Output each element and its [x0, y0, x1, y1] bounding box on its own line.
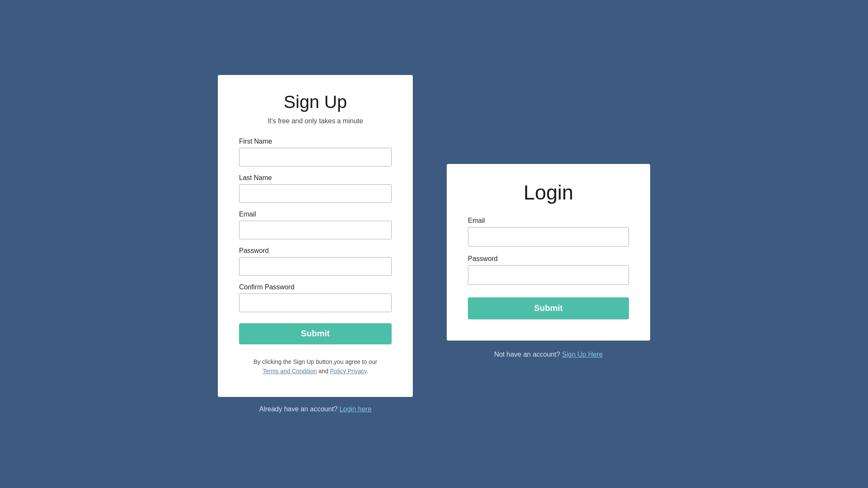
login-email-group: Email	[468, 217, 629, 247]
signup-password-label: Password	[239, 247, 392, 255]
confirm-password-label: Confirm Password	[239, 283, 392, 291]
first-name-label: First Name	[239, 138, 392, 145]
terms-and: and	[319, 368, 328, 374]
email-group: Email	[239, 211, 392, 239]
login-here-link[interactable]: Login here	[339, 405, 372, 413]
login-card: Login Email Password Submit	[447, 164, 650, 341]
login-password-group: Password	[468, 255, 629, 285]
login-password-input[interactable]	[468, 265, 629, 285]
first-name-group: First Name	[239, 138, 392, 166]
confirm-password-input[interactable]	[239, 294, 392, 312]
confirm-password-group: Confirm Password	[239, 283, 392, 312]
already-account-prefix: Already have an account?	[259, 405, 337, 413]
login-title: Login	[468, 181, 629, 204]
signup-title: Sign Up	[239, 92, 392, 112]
last-name-label: Last Name	[239, 174, 392, 182]
policy-privacy-link[interactable]: Policy Privacy	[330, 368, 367, 374]
first-name-input[interactable]	[239, 148, 392, 166]
signup-card: Sign Up It's free and only takes a minut…	[218, 75, 413, 397]
signup-email-label: Email	[239, 211, 392, 218]
terms-suffix: .	[367, 368, 368, 374]
signup-password-input[interactable]	[239, 257, 392, 276]
last-name-input[interactable]	[239, 184, 392, 203]
terms-text: By clicking the Sign Up button,you agree…	[239, 357, 392, 376]
signup-email-input[interactable]	[239, 221, 392, 239]
login-submit-button[interactable]: Submit	[468, 297, 629, 319]
signup-submit-button[interactable]: Submit	[239, 323, 392, 344]
already-account-text: Already have an account? Login here	[259, 405, 371, 413]
login-password-label: Password	[468, 255, 629, 263]
no-account-prefix: Not have an account?	[494, 351, 560, 358]
password-group: Password	[239, 247, 392, 276]
login-email-label: Email	[468, 217, 629, 225]
signup-subtitle: It's free and only takes a minute	[239, 117, 392, 125]
last-name-group: Last Name	[239, 174, 392, 203]
terms-and-condition-link[interactable]: Terms and Condition	[262, 368, 317, 374]
signup-here-link[interactable]: Sign Up Here	[562, 351, 603, 358]
terms-prefix: By clicking the Sign Up button,you agree…	[253, 358, 377, 365]
no-account-text: Not have an account? Sign Up Here	[494, 351, 603, 358]
login-email-input[interactable]	[468, 227, 629, 247]
